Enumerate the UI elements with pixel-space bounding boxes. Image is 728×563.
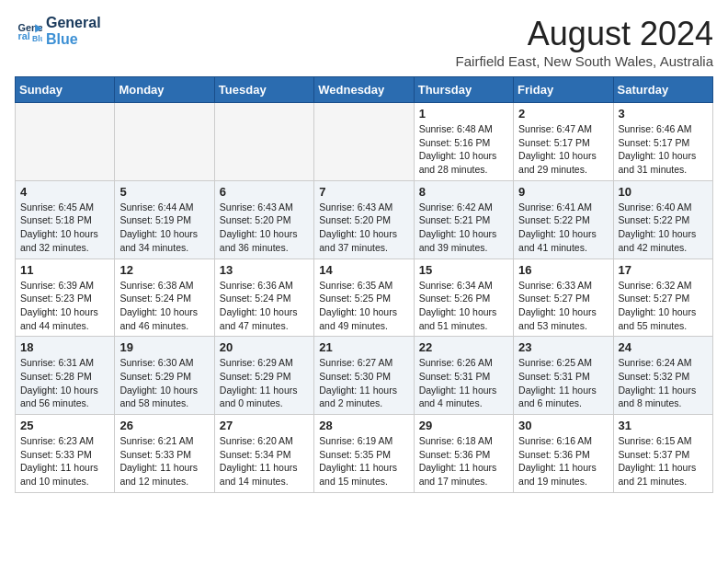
day-info: Sunrise: 6:15 AM Sunset: 5:37 PM Dayligh…: [619, 434, 708, 488]
day-info: Sunrise: 6:26 AM Sunset: 5:31 PM Dayligh…: [419, 356, 508, 410]
calendar-day-cell: 31Sunrise: 6:15 AM Sunset: 5:37 PM Dayli…: [613, 415, 712, 493]
calendar-day-cell: 24Sunrise: 6:24 AM Sunset: 5:32 PM Dayli…: [613, 337, 712, 415]
calendar-day-cell: 17Sunrise: 6:32 AM Sunset: 5:27 PM Dayli…: [613, 259, 712, 337]
day-info: Sunrise: 6:40 AM Sunset: 5:22 PM Dayligh…: [619, 201, 708, 255]
calendar-day-cell: 14Sunrise: 6:35 AM Sunset: 5:25 PM Dayli…: [314, 259, 414, 337]
calendar-week-row: 25Sunrise: 6:23 AM Sunset: 5:33 PM Dayli…: [16, 415, 713, 493]
day-info: Sunrise: 6:45 AM Sunset: 5:18 PM Dayligh…: [20, 201, 109, 255]
weekday-header-saturday: Saturday: [613, 77, 712, 103]
calendar-day-cell: 5Sunrise: 6:44 AM Sunset: 5:19 PM Daylig…: [115, 180, 214, 259]
calendar-day-cell: 11Sunrise: 6:39 AM Sunset: 5:23 PM Dayli…: [16, 259, 115, 337]
day-number: 23: [518, 340, 608, 354]
calendar-day-cell: [16, 103, 115, 181]
day-info: Sunrise: 6:47 AM Sunset: 5:17 PM Dayligh…: [518, 122, 608, 177]
day-info: Sunrise: 6:27 AM Sunset: 5:30 PM Dayligh…: [319, 356, 408, 410]
day-number: 11: [20, 263, 109, 277]
calendar-day-cell: 26Sunrise: 6:21 AM Sunset: 5:33 PM Dayli…: [115, 415, 214, 493]
day-number: 18: [20, 340, 109, 354]
svg-text:Blue: Blue: [32, 33, 42, 42]
day-number: 13: [220, 263, 309, 277]
calendar-day-cell: 13Sunrise: 6:36 AM Sunset: 5:24 PM Dayli…: [214, 259, 313, 337]
day-info: Sunrise: 6:24 AM Sunset: 5:32 PM Dayligh…: [619, 356, 708, 410]
day-info: Sunrise: 6:46 AM Sunset: 5:17 PM Dayligh…: [619, 122, 708, 177]
day-info: Sunrise: 6:43 AM Sunset: 5:20 PM Dayligh…: [220, 201, 309, 255]
weekday-header-row: SundayMondayTuesdayWednesdayThursdayFrid…: [16, 77, 713, 103]
day-number: 9: [518, 185, 608, 199]
logo-icon: Gene ral Blue: [17, 18, 42, 44]
day-number: 7: [319, 185, 408, 199]
calendar-day-cell: 25Sunrise: 6:23 AM Sunset: 5:33 PM Dayli…: [16, 415, 115, 493]
day-info: Sunrise: 6:23 AM Sunset: 5:33 PM Dayligh…: [20, 434, 109, 488]
weekday-header-friday: Friday: [514, 77, 613, 103]
day-number: 4: [20, 185, 109, 199]
day-number: 26: [119, 419, 209, 432]
day-info: Sunrise: 6:31 AM Sunset: 5:28 PM Dayligh…: [20, 356, 109, 410]
day-info: Sunrise: 6:39 AM Sunset: 5:23 PM Dayligh…: [20, 279, 109, 333]
day-number: 29: [419, 419, 508, 432]
calendar-day-cell: 10Sunrise: 6:40 AM Sunset: 5:22 PM Dayli…: [613, 180, 712, 259]
day-info: Sunrise: 6:30 AM Sunset: 5:29 PM Dayligh…: [119, 356, 209, 410]
calendar-day-cell: 3Sunrise: 6:46 AM Sunset: 5:17 PM Daylig…: [613, 103, 712, 181]
day-info: Sunrise: 6:38 AM Sunset: 5:24 PM Dayligh…: [119, 279, 209, 333]
day-number: 31: [619, 419, 708, 432]
day-number: 14: [319, 263, 408, 277]
day-number: 10: [619, 185, 708, 199]
calendar-week-row: 18Sunrise: 6:31 AM Sunset: 5:28 PM Dayli…: [16, 337, 713, 415]
logo-line2: Blue: [46, 31, 78, 47]
day-info: Sunrise: 6:41 AM Sunset: 5:22 PM Dayligh…: [518, 201, 608, 255]
weekday-header-wednesday: Wednesday: [314, 77, 414, 103]
page-header: Gene ral Blue General Blue August 2024 F…: [15, 15, 713, 69]
calendar-week-row: 1Sunrise: 6:48 AM Sunset: 5:16 PM Daylig…: [16, 103, 713, 181]
day-info: Sunrise: 6:32 AM Sunset: 5:27 PM Dayligh…: [619, 279, 708, 333]
calendar-week-row: 11Sunrise: 6:39 AM Sunset: 5:23 PM Dayli…: [16, 259, 713, 337]
calendar-day-cell: 4Sunrise: 6:45 AM Sunset: 5:18 PM Daylig…: [16, 180, 115, 259]
calendar-day-cell: 6Sunrise: 6:43 AM Sunset: 5:20 PM Daylig…: [214, 180, 313, 259]
calendar-table: SundayMondayTuesdayWednesdayThursdayFrid…: [15, 76, 713, 493]
title-block: August 2024 Fairfield East, New South Wa…: [456, 15, 713, 69]
calendar-day-cell: 20Sunrise: 6:29 AM Sunset: 5:29 PM Dayli…: [214, 337, 313, 415]
day-number: 19: [119, 340, 209, 354]
day-info: Sunrise: 6:18 AM Sunset: 5:36 PM Dayligh…: [419, 434, 508, 488]
day-number: 6: [220, 185, 309, 199]
calendar-day-cell: 28Sunrise: 6:19 AM Sunset: 5:35 PM Dayli…: [314, 415, 414, 493]
month-year: August 2024: [456, 15, 713, 53]
day-number: 12: [119, 263, 209, 277]
day-info: Sunrise: 6:36 AM Sunset: 5:24 PM Dayligh…: [220, 279, 309, 333]
calendar-day-cell: 30Sunrise: 6:16 AM Sunset: 5:36 PM Dayli…: [514, 415, 613, 493]
calendar-day-cell: 1Sunrise: 6:48 AM Sunset: 5:16 PM Daylig…: [414, 103, 513, 181]
calendar-day-cell: 29Sunrise: 6:18 AM Sunset: 5:36 PM Dayli…: [414, 415, 513, 493]
calendar-week-row: 4Sunrise: 6:45 AM Sunset: 5:18 PM Daylig…: [16, 180, 713, 259]
day-info: Sunrise: 6:43 AM Sunset: 5:20 PM Dayligh…: [319, 201, 408, 255]
location: Fairfield East, New South Wales, Austral…: [456, 53, 713, 69]
calendar-day-cell: 12Sunrise: 6:38 AM Sunset: 5:24 PM Dayli…: [115, 259, 214, 337]
day-number: 1: [419, 107, 508, 121]
calendar-day-cell: 7Sunrise: 6:43 AM Sunset: 5:20 PM Daylig…: [314, 180, 414, 259]
day-number: 22: [419, 340, 508, 354]
day-number: 21: [319, 340, 408, 354]
calendar-day-cell: 23Sunrise: 6:25 AM Sunset: 5:31 PM Dayli…: [514, 337, 613, 415]
day-info: Sunrise: 6:21 AM Sunset: 5:33 PM Dayligh…: [119, 434, 209, 488]
day-info: Sunrise: 6:25 AM Sunset: 5:31 PM Dayligh…: [518, 356, 608, 410]
calendar-day-cell: [314, 103, 414, 181]
day-info: Sunrise: 6:34 AM Sunset: 5:26 PM Dayligh…: [419, 279, 508, 333]
weekday-header-sunday: Sunday: [16, 77, 115, 103]
day-number: 2: [518, 107, 608, 121]
calendar-day-cell: 18Sunrise: 6:31 AM Sunset: 5:28 PM Dayli…: [16, 337, 115, 415]
calendar-day-cell: 16Sunrise: 6:33 AM Sunset: 5:27 PM Dayli…: [514, 259, 613, 337]
calendar-day-cell: 15Sunrise: 6:34 AM Sunset: 5:26 PM Dayli…: [414, 259, 513, 337]
day-number: 3: [619, 107, 708, 121]
day-info: Sunrise: 6:48 AM Sunset: 5:16 PM Dayligh…: [419, 122, 508, 177]
day-info: Sunrise: 6:29 AM Sunset: 5:29 PM Dayligh…: [220, 356, 309, 410]
calendar-day-cell: 19Sunrise: 6:30 AM Sunset: 5:29 PM Dayli…: [115, 337, 214, 415]
calendar-day-cell: 27Sunrise: 6:20 AM Sunset: 5:34 PM Dayli…: [214, 415, 313, 493]
day-info: Sunrise: 6:35 AM Sunset: 5:25 PM Dayligh…: [319, 279, 408, 333]
logo-line1: General: [46, 15, 101, 30]
day-number: 8: [419, 185, 508, 199]
calendar-day-cell: [214, 103, 313, 181]
day-number: 17: [619, 263, 708, 277]
day-number: 27: [220, 419, 309, 432]
calendar-day-cell: 22Sunrise: 6:26 AM Sunset: 5:31 PM Dayli…: [414, 337, 513, 415]
day-info: Sunrise: 6:16 AM Sunset: 5:36 PM Dayligh…: [518, 434, 608, 488]
day-number: 5: [119, 185, 209, 199]
calendar-day-cell: 9Sunrise: 6:41 AM Sunset: 5:22 PM Daylig…: [514, 180, 613, 259]
